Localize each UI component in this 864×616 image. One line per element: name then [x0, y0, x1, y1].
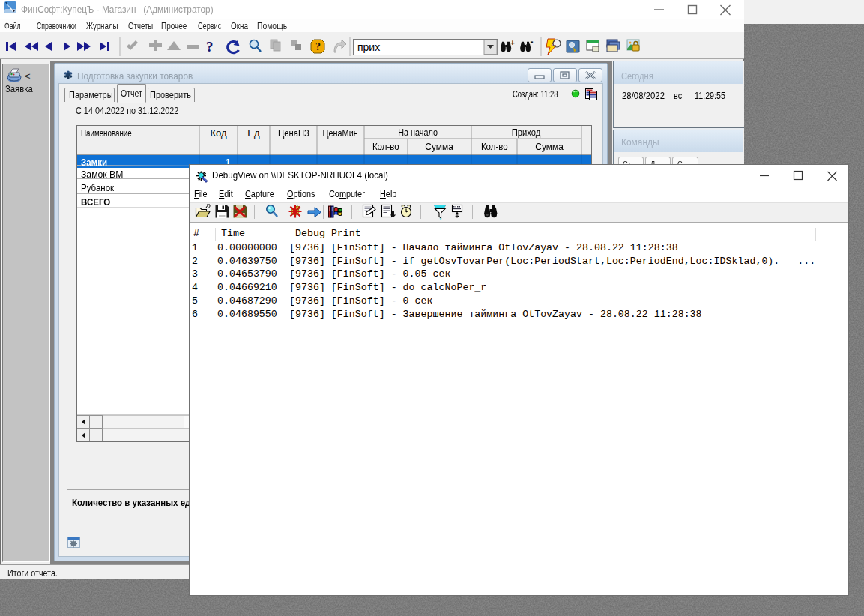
svg-text:?: ?	[206, 39, 214, 55]
svg-text:?: ?	[315, 41, 321, 52]
svg-text:-: -	[531, 37, 534, 47]
svg-text:прих: прих	[357, 41, 380, 53]
svg-text:+: +	[510, 39, 515, 47]
